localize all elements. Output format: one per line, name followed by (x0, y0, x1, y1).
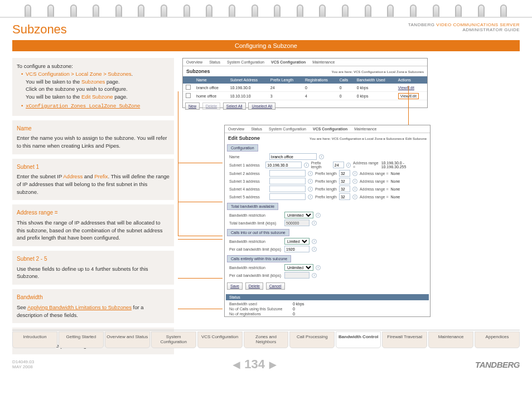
prev-page-icon[interactable]: ◀ (233, 359, 240, 370)
info-icon[interactable]: i (316, 213, 321, 218)
view-edit-link[interactable]: View/Edit (398, 86, 414, 90)
subzones-list-screenshot: OverviewStatusSystem ConfigurationVCS Co… (182, 58, 428, 108)
prefix-length-input[interactable] (339, 186, 350, 192)
info-icon[interactable]: i (312, 221, 317, 226)
edit-subzone-screenshot: OverviewStatusSystem ConfigurationVCS Co… (224, 125, 431, 317)
new-button[interactable]: New (185, 103, 200, 110)
info-icon[interactable]: i (308, 194, 313, 199)
xconfig-link[interactable]: xConfiguration Zones LocalZone SubZone (26, 103, 140, 109)
subnet-address-input[interactable] (269, 186, 306, 192)
chapter-tab[interactable]: Appendices (475, 331, 520, 348)
name-input[interactable] (269, 153, 317, 160)
page-number: ◀134▶ (233, 357, 276, 372)
info-icon[interactable]: i (308, 179, 313, 184)
info-icon[interactable]: i (352, 187, 357, 192)
prefix-length-input[interactable] (339, 178, 350, 184)
percall-bw-input[interactable] (284, 272, 309, 279)
percall-bw-input[interactable] (284, 246, 309, 252)
chapter-tabs: IntroductionGetting StartedOverview and … (12, 330, 520, 348)
info-icon[interactable]: i (304, 163, 308, 168)
prefix-length-input[interactable] (333, 162, 344, 168)
subzones-table: NameSubnet AddressPrefix LengthRegistrat… (183, 76, 427, 100)
info-icon[interactable]: i (312, 247, 317, 252)
subnet-address-input[interactable] (269, 178, 306, 184)
table-row: branch office10.198.30.024000 kbpsView/E… (183, 84, 427, 92)
subnet1-box: Subnet 1 Enter the subnet IP Address and… (12, 159, 174, 201)
bw-link[interactable]: Applying Bandwidth Limitations to Subzon… (27, 304, 132, 310)
table-row: home office10.10.10.103400 kbpsView/Edit (183, 92, 427, 100)
chapter-tab[interactable]: System Configuration (151, 331, 196, 348)
cancel-button[interactable]: Cancel (266, 282, 285, 290)
subnet-address-input[interactable] (269, 170, 306, 177)
delete-button[interactable]: Delete (202, 103, 220, 110)
chapter-tab[interactable]: Maintenance (428, 331, 473, 348)
chapter-tab[interactable]: Firewall Traversal (382, 331, 427, 348)
bw-restriction-select[interactable]: Limited (284, 238, 309, 245)
info-icon[interactable]: i (319, 154, 324, 159)
chapter-tab[interactable]: Introduction (12, 331, 57, 348)
connector-line (178, 91, 223, 236)
chapter-tab[interactable]: Overview and Status (105, 331, 150, 348)
info-icon[interactable]: i (346, 163, 351, 168)
chapter-tab[interactable]: VCS Configuration (197, 331, 243, 348)
bw-restriction-select[interactable]: Unlimited (284, 212, 313, 218)
delete-button[interactable]: Delete (245, 282, 263, 290)
save-button[interactable]: Save (227, 282, 243, 290)
address-range-box: Address range = This shows the range of … (12, 204, 174, 246)
info-icon[interactable]: i (308, 187, 313, 192)
chapter-tab[interactable]: Zones and Neighbors (244, 331, 289, 348)
page-title: Subzones (12, 22, 67, 37)
prefix-length-input[interactable] (339, 170, 350, 177)
section-bar: Configuring a Subzone (12, 40, 520, 51)
info-icon[interactable]: i (312, 239, 317, 244)
bandwidth-box: Bandwidth See Applying Bandwidth Limitat… (12, 289, 174, 323)
row-checkbox[interactable] (186, 85, 191, 90)
chapter-tab[interactable]: Getting Started (59, 331, 104, 348)
spiral-binding (0, 0, 532, 17)
info-icon[interactable]: i (352, 179, 357, 184)
info-icon[interactable]: i (316, 265, 321, 270)
row-checkbox[interactable] (186, 93, 191, 98)
chapter-tab[interactable]: Call Processing (289, 331, 335, 348)
total-bw-input[interactable] (284, 219, 309, 226)
tandberg-logo: TANDBERG (475, 360, 520, 369)
info-icon[interactable]: i (308, 171, 313, 176)
header-branding: TANDBERG VIDEO COMMUNICATIONS SERVER ADM… (408, 22, 520, 32)
next-page-icon[interactable]: ▶ (269, 359, 276, 370)
info-icon[interactable]: i (312, 273, 317, 278)
select-all-button[interactable]: Select All (223, 103, 246, 110)
info-icon[interactable]: i (352, 171, 357, 176)
subnet-address-input[interactable] (269, 193, 306, 200)
unselect-all-button[interactable]: Unselect All (248, 103, 275, 110)
name-box: Name Enter the name you wish to assign t… (12, 120, 174, 154)
subnet25-box: Subnet 2 - 5 Use these fields to define … (12, 251, 174, 285)
subnet-address-input[interactable] (265, 162, 302, 168)
chapter-tab[interactable]: Bandwidth Control (336, 331, 381, 348)
doc-id: D14049.03MAY 2008 (12, 359, 34, 369)
info-icon[interactable]: i (352, 194, 357, 199)
bw-restriction-select[interactable]: Unlimited (284, 264, 313, 271)
prefix-length-input[interactable] (339, 193, 350, 200)
nav-path[interactable]: VCS Configuration > Local Zone > Subzone… (26, 71, 132, 77)
intro-box: To configure a subzone: VCS Configuratio… (12, 58, 174, 116)
